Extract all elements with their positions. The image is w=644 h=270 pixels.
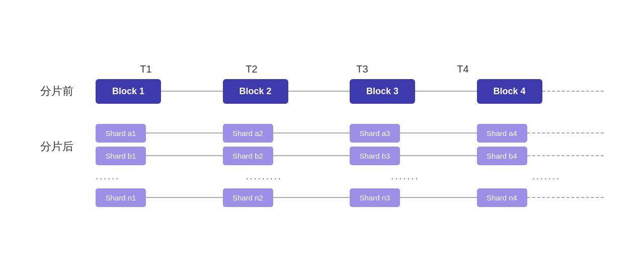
time-label-t4: T4 xyxy=(423,63,503,75)
block-chain: Block 1 Block 2 Block 3 Block 4 xyxy=(96,79,604,104)
shard-b2: Shard b2 xyxy=(223,147,273,165)
block-3: Block 3 xyxy=(350,79,415,104)
shard-a2: Shard a2 xyxy=(223,124,273,143)
time-label-t3: T3 xyxy=(312,63,413,75)
shard-a4: Shard a4 xyxy=(477,124,527,143)
block-2: Block 2 xyxy=(223,79,288,104)
block-4: Block 4 xyxy=(477,79,542,104)
connector-dashed-end xyxy=(542,91,604,92)
shard-row-a: Shard a1 Shard a2 Shard a3 Shard a4 xyxy=(96,124,604,143)
conn-b2 xyxy=(273,155,350,156)
conn-n1 xyxy=(146,197,223,198)
shard-n3: Shard n3 xyxy=(350,188,400,207)
time-label-t2: T2 xyxy=(201,63,302,75)
conn-n3 xyxy=(400,197,477,198)
dots-1: ...... xyxy=(96,171,150,182)
before-label: 分片前 xyxy=(40,84,96,99)
conn-a1 xyxy=(146,132,223,133)
conn-a-end xyxy=(527,132,604,133)
dots-4: ....... xyxy=(519,171,574,182)
conn-b1 xyxy=(146,155,223,156)
connector-3 xyxy=(415,91,477,92)
shard-a3: Shard a3 xyxy=(350,124,400,143)
connector-2 xyxy=(288,91,350,92)
time-labels-row: T1 T2 T3 T4 xyxy=(101,63,604,75)
shards-container: Shard a1 Shard a2 Shard a3 Shard a4 Shar… xyxy=(96,124,604,207)
dots-2: ......... xyxy=(237,171,291,182)
conn-b3 xyxy=(400,155,477,156)
conn-a2 xyxy=(273,132,350,133)
conn-n-end xyxy=(527,197,604,198)
shard-row-n: Shard n1 Shard n2 Shard n3 Shard n4 xyxy=(96,188,604,207)
before-section: 分片前 Block 1 Block 2 Block 3 Block 4 xyxy=(40,79,604,104)
block-1: Block 1 xyxy=(96,79,161,104)
after-label: 分片后 xyxy=(40,139,96,154)
shard-row-b: Shard b1 Shard b2 Shard b3 Shard b4 xyxy=(96,147,604,165)
shard-a1: Shard a1 xyxy=(96,124,146,143)
conn-b-end xyxy=(527,155,604,156)
conn-n2 xyxy=(273,197,350,198)
conn-a3 xyxy=(400,132,477,133)
time-label-t1: T1 xyxy=(101,63,191,75)
shard-b1: Shard b1 xyxy=(96,147,146,165)
shard-n2: Shard n2 xyxy=(223,188,273,207)
shard-n4: Shard n4 xyxy=(477,188,527,207)
dots-row: ...... ......... ....... ....... xyxy=(96,169,604,184)
shard-n1: Shard n1 xyxy=(96,188,146,207)
shard-b4: Shard b4 xyxy=(477,147,527,165)
dots-3: ....... xyxy=(378,171,432,182)
shard-b3: Shard b3 xyxy=(350,147,400,165)
after-section: 分片后 Shard a1 Shard a2 Shard a3 Shard a4 … xyxy=(40,124,604,207)
diagram: T1 T2 T3 T4 分片前 Block 1 Block 2 Block 3 … xyxy=(20,53,624,217)
connector-1 xyxy=(161,91,223,92)
